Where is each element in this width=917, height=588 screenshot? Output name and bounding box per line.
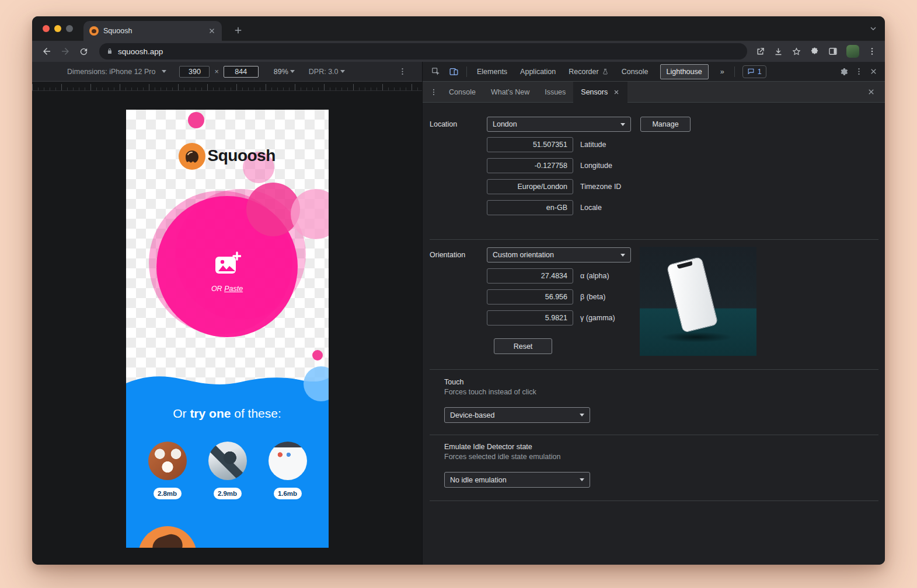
browser-window: Squoosh squoosh.app [32,16,885,565]
touch-title: Touch [444,378,463,386]
browser-tab-squoosh[interactable]: Squoosh [83,21,222,41]
demo-image-red-panda[interactable] [148,442,187,480]
chevron-down-icon [580,414,584,416]
device-zoom-select[interactable]: 89% [274,68,295,76]
orientation-label: Orientation [430,247,465,262]
tab-strip: Squoosh [32,16,885,41]
toggle-device-toolbar-icon[interactable] [445,66,462,76]
section-divider [430,435,878,435]
drawer-tab-issues[interactable]: Issues [537,82,573,103]
macos-zoom-icon[interactable] [66,25,73,32]
device-height-input[interactable] [224,66,259,78]
device-dpr-select[interactable]: DPR: 3.0 [309,68,345,76]
macos-minimize-icon[interactable] [54,25,61,32]
device-width-input[interactable] [179,66,210,78]
chevron-down-icon [580,478,584,481]
lock-icon [106,47,113,55]
squoosh-logo-text: Squoosh [208,146,276,165]
longitude-input[interactable] [487,158,573,173]
drawer-tab-console[interactable]: Console [441,82,483,103]
close-icon [613,89,620,96]
browser-toolbar: squoosh.app [32,41,885,62]
pink-dot-small [312,350,323,360]
chevron-down-icon [340,70,345,73]
forward-icon[interactable] [58,45,73,58]
tab-recorder[interactable]: Recorder [563,62,614,82]
demo-image-photographer[interactable] [208,442,247,480]
inspect-element-icon[interactable] [427,66,444,76]
locale-input[interactable] [487,200,573,215]
section-divider [430,501,878,501]
manage-button[interactable]: Manage [640,117,691,132]
tab-console[interactable]: Console [616,62,654,82]
timezone-input[interactable] [487,179,573,194]
orientation-select[interactable]: Custom orientation [487,247,631,262]
demo-image-screenshot[interactable] [269,442,307,480]
squoosh-favicon-icon [89,26,99,36]
sensors-panel: Location London Manage Latitude Longitud… [423,103,885,565]
drawer-tab-sensors[interactable]: Sensors [573,82,627,103]
orientation-preview[interactable] [640,247,756,356]
url-text: squoosh.app [118,47,163,56]
longitude-label: Longitude [580,158,612,173]
macos-close-icon[interactable] [43,25,50,32]
reset-button[interactable]: Reset [494,338,552,354]
section-divider [430,369,878,370]
divider [734,66,735,77]
drawer-close-icon[interactable] [861,88,881,96]
latitude-label: Latitude [580,137,606,152]
beta-input[interactable] [487,289,573,304]
alpha-input[interactable] [487,268,573,284]
add-photo-icon[interactable] [214,251,241,276]
demo-size-badge: 2.8mb [154,488,182,499]
squoosh-page: Squoosh [126,110,329,548]
squoosh-logo-icon [179,143,205,170]
new-tab-button[interactable] [231,23,246,38]
idle-description: Forces selected idle state emulation [444,453,560,461]
phone-3d-model [666,254,730,338]
idle-select[interactable]: No idle emulation [444,472,590,488]
tab-search-chevron-icon[interactable] [869,24,878,33]
location-label: Location [430,117,457,132]
tab-elements[interactable]: Elements [471,62,513,82]
issues-counter[interactable]: 1 [742,65,766,78]
share-icon[interactable] [755,47,765,57]
chevron-down-icon [620,254,625,257]
demo-size-badge: 2.9mb [214,488,242,499]
address-bar[interactable]: squoosh.app [99,43,747,60]
devtools-settings-gear-icon[interactable] [839,67,849,76]
device-dimensions-select[interactable]: Dimensions: iPhone 12 Pro [67,68,155,76]
drawer-tab-whats-new[interactable]: What's New [483,82,537,103]
gamma-input[interactable] [487,310,573,326]
more-tabs-button[interactable]: » [714,62,730,82]
tab-title: Squoosh [103,27,203,35]
side-panel-icon[interactable] [828,46,838,57]
touch-select[interactable]: Device-based [444,407,590,423]
browser-menu-kebab-icon[interactable] [867,47,877,56]
latitude-input[interactable] [487,137,573,152]
devtools-close-icon[interactable] [869,67,878,76]
back-icon[interactable] [39,45,54,58]
device-ruler [32,82,422,91]
tab-close-icon[interactable] [208,27,216,35]
reload-icon[interactable] [76,46,91,58]
profile-avatar[interactable] [846,45,859,58]
experiment-flask-icon [602,68,609,75]
timezone-label: Timezone ID [580,179,621,194]
devtools-pane: Elements Application Recorder Console Li… [422,62,885,565]
touch-description: Forces touch instead of click [444,388,536,396]
paste-link[interactable]: Paste [224,285,243,293]
drop-hint-text: OR Paste [126,285,329,293]
pink-dot-decoration [188,112,204,128]
chevron-down-icon [620,123,625,126]
extensions-puzzle-icon[interactable] [810,47,820,57]
tab-lighthouse[interactable]: Lighthouse [660,64,709,79]
location-select[interactable]: London [487,117,631,132]
drawer-kebab-icon[interactable] [426,88,441,96]
tab-application[interactable]: Application [514,62,562,82]
device-toolbar-kebab-icon[interactable] [398,67,407,76]
install-icon[interactable] [773,47,783,57]
bookmark-star-icon[interactable] [792,47,801,57]
chevron-down-icon [162,70,166,73]
devtools-menu-kebab-icon[interactable] [855,67,863,76]
